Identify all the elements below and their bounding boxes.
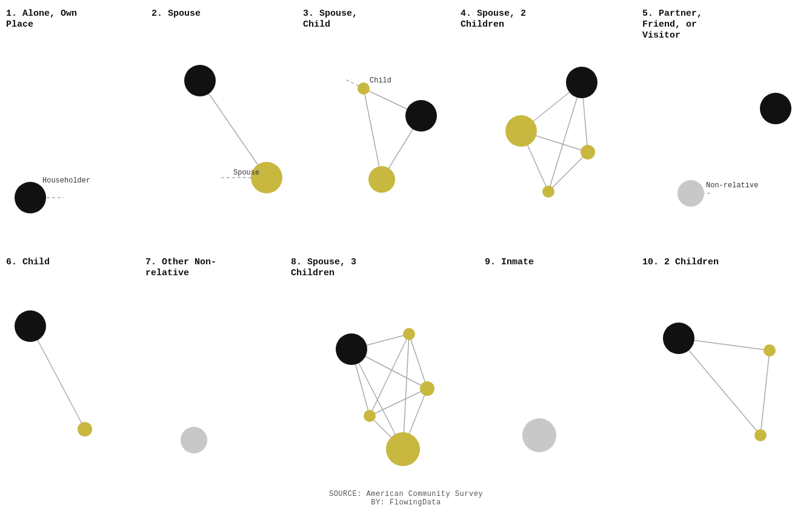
svg-point-38 [677, 180, 704, 207]
svg-line-14 [364, 89, 382, 179]
svg-text:1. Alone, Own: 1. Alone, Own [6, 8, 77, 19]
svg-line-54 [370, 334, 409, 416]
svg-point-72 [754, 429, 767, 441]
svg-text:2. Spouse: 2. Spouse [151, 8, 201, 19]
svg-line-41 [30, 326, 85, 429]
svg-point-59 [336, 333, 367, 365]
footer-by: BY: FlowingData [329, 498, 483, 507]
svg-point-19 [405, 100, 437, 132]
svg-text:9. Inmate: 9. Inmate [485, 257, 534, 267]
svg-text:4. Spouse, 2: 4. Spouse, 2 [461, 8, 526, 19]
svg-point-63 [386, 432, 420, 466]
svg-line-69 [760, 350, 770, 435]
main-svg: 1. Alone, OwnPlaceHouseholder2. SpouseSp… [0, 0, 812, 525]
svg-point-37 [760, 93, 791, 124]
panel-2: 2. SpouseSpouse [151, 8, 282, 193]
svg-text:Spouse: Spouse [233, 169, 259, 177]
svg-line-6 [200, 81, 267, 178]
svg-point-65 [522, 418, 556, 452]
panel-9: 9. Inmate [485, 257, 556, 452]
chart-container: 1. Alone, OwnPlaceHouseholder2. SpouseSp… [0, 0, 812, 525]
svg-text:Children: Children [461, 19, 504, 30]
svg-text:Householder: Householder [42, 176, 90, 185]
svg-text:Visitor: Visitor [642, 30, 681, 41]
svg-line-68 [679, 338, 760, 435]
panel-3: 3. Spouse,ChildChild [303, 8, 437, 193]
svg-text:Non-relative: Non-relative [706, 181, 758, 190]
svg-point-31 [581, 145, 595, 159]
svg-point-32 [542, 186, 554, 198]
svg-text:Place: Place [6, 19, 33, 30]
svg-text:5. Partner,: 5. Partner, [642, 8, 702, 19]
svg-point-43 [78, 422, 92, 436]
panel-4: 4. Spouse, 2Children [461, 8, 597, 198]
panel-7: 7. Other Non-relative [145, 257, 216, 453]
svg-point-70 [663, 323, 694, 354]
svg-point-30 [505, 115, 537, 147]
svg-point-61 [420, 381, 434, 396]
svg-point-60 [403, 328, 415, 340]
svg-text:10. 2 Children: 10. 2 Children [642, 257, 719, 267]
svg-point-9 [251, 162, 282, 193]
svg-text:Child: Child [370, 76, 391, 85]
svg-point-42 [15, 310, 46, 342]
panel-5: 5. Partner,Friend, orVisitorNon-relative [642, 8, 791, 207]
svg-point-62 [364, 410, 376, 422]
svg-text:6. Child: 6. Child [6, 257, 50, 267]
svg-text:Children: Children [291, 268, 334, 278]
svg-text:3. Spouse,: 3. Spouse, [303, 8, 358, 19]
svg-text:8. Spouse, 3: 8. Spouse, 3 [291, 257, 356, 267]
svg-point-46 [181, 427, 207, 453]
svg-point-29 [566, 67, 597, 98]
svg-point-17 [358, 82, 370, 95]
panel-8: 8. Spouse, 3Children [291, 257, 434, 466]
svg-line-55 [403, 334, 409, 449]
svg-text:relative: relative [145, 268, 189, 278]
panel-6: 6. Child [6, 257, 92, 436]
panel-10: 10. 2 Children [642, 257, 776, 441]
svg-text:Child: Child [303, 19, 330, 30]
footer: SOURCE: American Community Survey BY: Fl… [329, 490, 483, 507]
svg-point-20 [368, 166, 395, 193]
svg-text:Friend, or: Friend, or [642, 19, 697, 30]
svg-point-8 [184, 65, 216, 96]
svg-text:7. Other Non-: 7. Other Non- [145, 257, 216, 267]
svg-point-71 [764, 344, 776, 356]
footer-source: SOURCE: American Community Survey [329, 490, 483, 498]
svg-point-3 [15, 182, 46, 213]
panel-1: 1. Alone, OwnPlaceHouseholder [6, 8, 90, 213]
